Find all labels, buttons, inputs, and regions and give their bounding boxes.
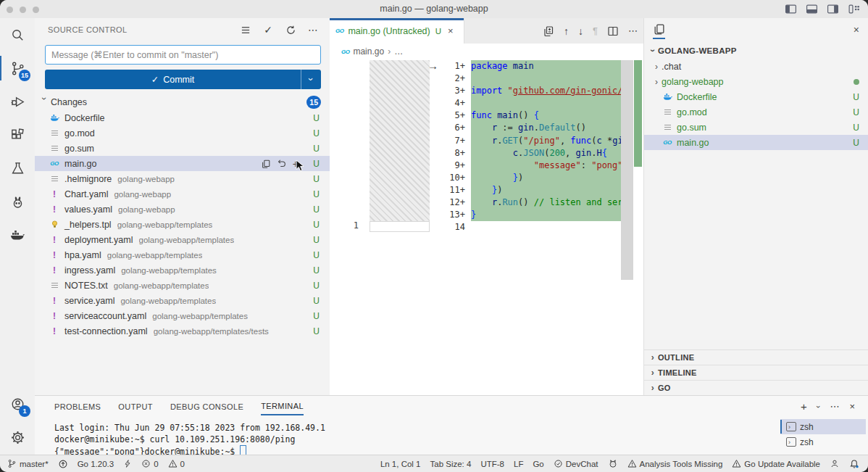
toggle-secondary-sidebar-icon[interactable] [826,2,840,16]
status-item-devchat[interactable]: DevChat [554,459,598,468]
customize-layout-icon[interactable] [847,2,861,16]
accounts-icon[interactable]: 1 [0,387,35,421]
code-line[interactable]: 6+ r := gin.Default() [435,122,624,134]
code-line[interactable]: 11+ }) [435,184,624,196]
status-item-publish[interactable] [58,459,68,469]
code-line[interactable]: 8+ c.JSON(200, gin.H{ [435,147,624,160]
status-item-ln-1-col-1[interactable]: Ln 1, Col 1 [380,460,421,468]
code-line[interactable]: 10+ }) [435,172,624,184]
view-as-tree-icon[interactable] [239,23,252,36]
previous-change-icon[interactable]: ↑ [564,25,569,37]
split-editor-icon[interactable] [607,25,619,37]
scm-file-row[interactable]: !serviceaccount.yamlgolang-webapp/templa… [35,308,330,323]
breadcrumb[interactable]: GO main.go › … [330,44,643,59]
modified-code-pane[interactable]: 1+package main2+3+import "github.com/gin… [435,60,624,233]
status-item-lightning[interactable] [123,459,132,468]
code-line[interactable]: 13+} [435,209,624,221]
explorer-item--chat[interactable]: ›.chat [644,59,868,74]
source-control-icon[interactable]: 15 [0,51,35,85]
changes-section-header[interactable]: › Changes 15 [35,94,330,110]
scm-file-row[interactable]: !test-connection.yamlgolang-webapp/templ… [35,323,330,339]
status-item-go-update-available[interactable]: Go Update Available [732,459,820,468]
scm-file-row[interactable]: !values.yamlgolang-webappU [35,202,330,217]
breadcrumb-file[interactable]: main.go [353,46,384,57]
code-line[interactable]: 1+package main [435,60,624,73]
close-panel-icon[interactable]: × [849,401,855,412]
more-actions-icon[interactable]: ⋯ [306,23,320,36]
explorer-item-go-mod[interactable]: go.modU [644,104,868,120]
status-item-bell[interactable] [849,459,859,469]
status-item-cat[interactable] [608,459,618,468]
open-changes-icon[interactable] [543,25,554,37]
code-line[interactable]: 4+ [435,97,624,109]
status-item-analysis-tools-missing[interactable]: Analysis Tools Missing [627,459,723,468]
extensions-icon[interactable] [0,118,35,152]
commit-check-icon[interactable]: ✓ [262,23,275,36]
terminal-instance-zsh[interactable]: ›zsh [780,419,866,434]
commit-button[interactable]: ✓ Commit › [45,70,321,89]
toggle-panel-icon[interactable] [805,2,819,16]
status-item-master-[interactable]: master* [7,459,49,468]
code-line[interactable]: 7+ r.GET("/ping", func(c *gin. [435,135,624,147]
panel-tab-debug-console[interactable]: DEBUG CONSOLE [170,398,243,415]
status-item-go-1-20-3[interactable]: Go 1.20.3 [78,460,114,468]
section-timeline[interactable]: ›TIMELINE [644,365,868,380]
scm-file-row[interactable]: !deployment.yamlgolang-webapp/templatesU [35,232,330,247]
scm-file-row[interactable]: !service.yamlgolang-webapp/templatesU [35,293,330,308]
open-file-icon[interactable] [261,159,271,169]
code-line[interactable]: 5+func main() { [435,109,624,122]
scm-file-row[interactable]: !ingress.yamlgolang-webapp/templatesU [35,262,330,278]
tab-main-go[interactable]: GO main.go (Untracked) U × [330,18,464,44]
code-line[interactable]: 2+ [435,73,624,85]
more-actions-icon[interactable]: ⋯ [628,25,638,36]
refresh-icon[interactable] [284,23,297,36]
status-item-go[interactable]: Go [533,460,543,468]
code-line[interactable]: 12+ r.Run() // listen and serve [435,196,624,209]
tab-close-icon[interactable]: × [448,25,454,36]
explorer-item-main-go[interactable]: GOmain.goU [644,135,868,150]
terminal-instance-zsh[interactable]: ›zsh [780,434,866,450]
scm-file-row[interactable]: .helmignoregolang-webappU [35,171,330,186]
terminal-profile-chevron-icon[interactable]: › [814,405,823,408]
status-item-feedback[interactable] [830,459,840,468]
toggle-primary-sidebar-icon[interactable] [784,2,798,16]
scm-file-row[interactable]: go.modU [35,125,330,141]
testing-flask-icon[interactable] [0,152,35,185]
status-item-0[interactable]: 0 [141,459,158,468]
whitespace-toggle-icon[interactable]: ¶ [593,25,598,36]
status-item-tab-size-4[interactable]: Tab Size: 4 [430,460,472,468]
status-item-lf[interactable]: LF [514,460,523,468]
scm-file-row[interactable]: GOmain.go+U [35,156,330,171]
settings-gear-icon[interactable] [0,421,35,454]
new-terminal-icon[interactable]: + [801,400,807,413]
section-outline[interactable]: ›OUTLINE [644,349,868,365]
next-change-icon[interactable]: ↓ [578,25,583,37]
code-line[interactable]: 3+import "github.com/gin-gonic/gi [435,85,624,97]
diff-editor[interactable]: 1 → 1+package main2+3+import "github.com… [330,59,643,395]
close-panel-icon[interactable]: × [854,24,859,36]
status-item-0[interactable]: 0 [168,459,185,468]
code-line[interactable]: 9+ "message": "pong", [435,160,624,172]
explorer-root[interactable]: › GOLANG-WEBAPP [644,43,868,59]
section-go[interactable]: ›GO [644,380,868,395]
docker-icon[interactable] [0,218,35,252]
terminal-output[interactable]: Last login: Thu Jun 29 07:55:18 2023 fro… [54,422,325,457]
run-debug-icon[interactable] [0,85,35,118]
devchat-rabbit-icon[interactable] [0,185,35,218]
scm-file-row[interactable]: !Chart.yamlgolang-webappU [35,186,330,202]
more-actions-icon[interactable]: ⋯ [830,401,839,412]
scm-file-row[interactable]: NOTES.txtgolang-webapp/templatesU [35,278,330,293]
commit-dropdown-button[interactable]: › [301,70,321,89]
panel-tab-terminal[interactable]: TERMINAL [261,397,304,415]
search-icon[interactable] [0,18,35,51]
explorer-item-dockerfile[interactable]: DockerfileU [644,89,868,104]
scm-file-row[interactable]: !hpa.yamlgolang-webapp/templatesU [35,247,330,262]
explorer-view-icon[interactable] [653,23,665,39]
explorer-item-golang-webapp[interactable]: ›golang-webapp [644,74,868,89]
panel-tab-output[interactable]: OUTPUT [118,398,153,415]
commit-message-input[interactable] [45,45,321,65]
panel-tab-problems[interactable]: PROBLEMS [54,398,101,415]
scm-file-row[interactable]: _helpers.tplgolang-webapp/templatesU [35,217,330,232]
breadcrumb-more[interactable]: … [394,46,403,57]
scm-file-row[interactable]: DockerfileU [35,110,330,125]
